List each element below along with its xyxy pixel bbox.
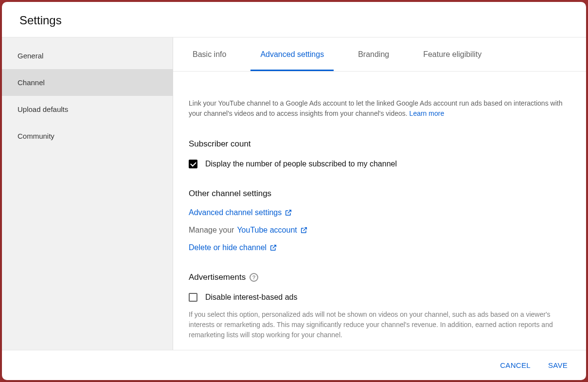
sidebar-item-channel[interactable]: Channel: [2, 69, 173, 96]
disable-interest-ads-row: Disable interest-based ads: [189, 293, 567, 302]
save-button[interactable]: SAVE: [541, 356, 574, 374]
sidebar-item-community[interactable]: Community: [2, 123, 173, 149]
settings-dialog: Settings General Channel Upload defaults…: [2, 2, 586, 380]
settings-sidebar: General Channel Upload defaults Communit…: [2, 37, 173, 350]
disable-interest-ads-description: If you select this option, personalized …: [189, 309, 567, 340]
subscriber-count-title: Subscriber count: [189, 139, 567, 149]
dialog-header: Settings: [2, 2, 586, 37]
display-subscriber-count-label: Display the number of people subscribed …: [205, 160, 397, 168]
cancel-button[interactable]: CANCEL: [493, 356, 537, 374]
google-ads-link-description: Link your YouTube channel to a Google Ad…: [189, 98, 567, 119]
advertisements-title: Advertisements: [189, 273, 567, 282]
dialog-title: Settings: [19, 14, 569, 27]
other-channel-settings-title: Other channel settings: [189, 189, 567, 199]
disable-interest-ads-checkbox[interactable]: [189, 293, 197, 302]
dialog-body: General Channel Upload defaults Communit…: [2, 37, 586, 350]
manage-youtube-account-row: Manage your YouTube account: [189, 226, 567, 235]
learn-more-link[interactable]: Learn more: [410, 109, 445, 117]
help-icon[interactable]: [249, 273, 258, 282]
disable-interest-ads-label: Disable interest-based ads: [205, 293, 297, 302]
external-link-icon: [269, 244, 277, 252]
tab-feature-eligibility[interactable]: Feature eligibility: [413, 37, 491, 71]
tab-basic-info[interactable]: Basic info: [188, 37, 236, 71]
content-area: Basic info Advanced settings Branding Fe…: [173, 37, 586, 350]
external-link-icon: [285, 209, 292, 217]
tab-bar: Basic info Advanced settings Branding Fe…: [173, 37, 586, 72]
display-subscriber-count-checkbox[interactable]: [189, 160, 197, 168]
advanced-channel-settings-link[interactable]: Advanced channel settings: [189, 208, 282, 217]
offscreen-spacer: [189, 72, 567, 94]
tab-branding[interactable]: Branding: [348, 37, 399, 71]
delete-hide-channel-row: Delete or hide channel: [189, 243, 567, 252]
dialog-footer: CANCEL SAVE: [2, 350, 586, 380]
advanced-channel-settings-row: Advanced channel settings: [189, 208, 567, 217]
delete-hide-channel-link[interactable]: Delete or hide channel: [189, 243, 267, 252]
youtube-account-link[interactable]: YouTube account: [237, 226, 297, 235]
sidebar-item-general[interactable]: General: [2, 42, 173, 69]
settings-scroll-region[interactable]: Link your YouTube channel to a Google Ad…: [173, 72, 586, 350]
sidebar-item-upload-defaults[interactable]: Upload defaults: [2, 96, 173, 123]
subscriber-count-row: Display the number of people subscribed …: [189, 160, 567, 168]
external-link-icon: [300, 226, 308, 234]
manage-your-text: Manage your: [189, 226, 234, 235]
tab-advanced-settings[interactable]: Advanced settings: [250, 37, 334, 71]
